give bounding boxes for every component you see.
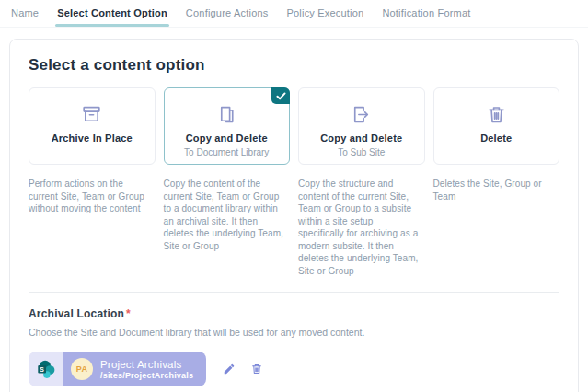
option-card-grid: Archive In Place Copy and Delete To Docu… [29, 87, 559, 165]
archival-location-label: Archival Location* [29, 307, 559, 320]
content-option-panel: Select a content option Archive In Place [9, 39, 579, 392]
wizard-tab-bar: Name Select Content Option Configure Act… [0, 0, 588, 28]
tab-name[interactable]: Name [9, 0, 40, 27]
svg-text:S: S [40, 366, 44, 373]
site-path: /sites/ProjectArchivals [100, 371, 193, 380]
archival-location-section: Archival Location* Choose the Site and D… [29, 307, 559, 386]
option-card-delete[interactable]: Delete [433, 87, 560, 165]
tab-policy-execution[interactable]: Policy Execution [284, 0, 365, 27]
page-title: Select a content option [29, 56, 559, 75]
option-card-archive-in-place[interactable]: Archive In Place [29, 87, 156, 165]
selected-check-icon [271, 87, 290, 104]
trash-icon [485, 102, 508, 126]
site-name: Project Archivals [100, 358, 193, 371]
option-description: Copy the structure and content of the cu… [298, 178, 425, 277]
archival-location-label-text: Archival Location [29, 307, 124, 320]
selected-site-chip: PA Project Archivals /sites/ProjectArchi… [63, 352, 206, 386]
section-divider [29, 292, 559, 293]
option-card-copy-delete-sub-site[interactable]: Copy and Delete To Sub Site [298, 87, 425, 165]
edit-site-button[interactable] [223, 363, 236, 375]
option-title: Archive In Place [52, 133, 133, 144]
option-description: Perform actions on the current Site, Tea… [29, 178, 156, 277]
tab-notification-format[interactable]: Notification Format [380, 0, 472, 27]
archival-location-helper: Choose the Site and Document library tha… [29, 327, 559, 338]
required-asterisk: * [126, 307, 131, 320]
tab-select-content-option[interactable]: Select Content Option [55, 0, 169, 27]
site-avatar: PA [71, 358, 93, 380]
option-description: Copy the content of the current Site, Te… [164, 178, 291, 277]
copy-pages-icon [215, 102, 238, 126]
option-descriptions: Perform actions on the current Site, Tea… [29, 178, 559, 277]
option-title: Copy and Delete [320, 133, 402, 144]
tab-configure-actions[interactable]: Configure Actions [184, 0, 271, 27]
export-document-icon [350, 102, 373, 126]
option-title: Copy and Delete [186, 133, 268, 144]
option-title: Delete [480, 133, 512, 144]
selected-site-row: S PA Project Archivals /sites/ProjectArc… [29, 352, 559, 386]
sharepoint-icon: S [29, 352, 63, 386]
site-texts: Project Archivals /sites/ProjectArchival… [100, 358, 193, 380]
option-subtitle: To Sub Site [338, 147, 385, 157]
option-subtitle: To Document Library [184, 147, 269, 157]
archive-box-icon [80, 102, 103, 126]
remove-site-button[interactable] [250, 363, 263, 375]
option-card-copy-delete-document-library[interactable]: Copy and Delete To Document Library [164, 87, 291, 165]
option-description: Deletes the Site, Group or Team [433, 178, 560, 277]
